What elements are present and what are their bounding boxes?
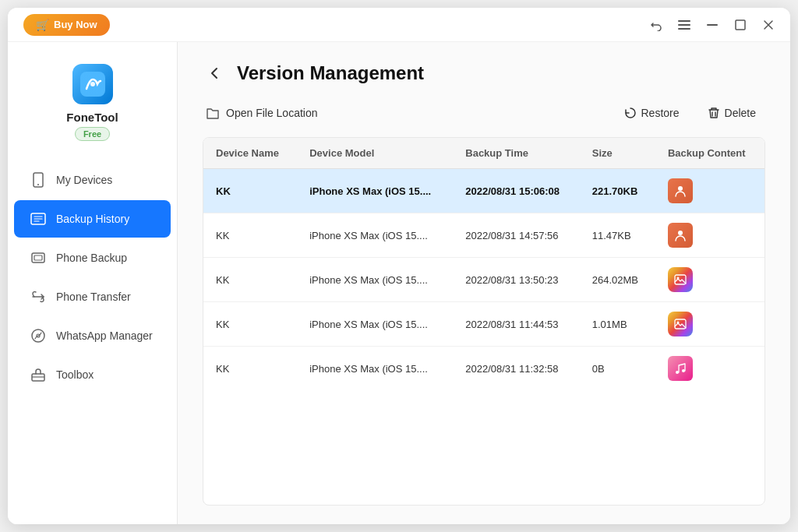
buy-now-button[interactable]: 🛒 Buy Now xyxy=(23,14,110,36)
cell-backup-time: 2022/08/31 11:32:58 xyxy=(453,347,580,391)
close-button[interactable] xyxy=(756,12,781,37)
svg-point-6 xyxy=(90,82,95,86)
sidebar-item-label: WhatsApp Manager xyxy=(56,329,153,342)
svg-point-19 xyxy=(678,186,683,191)
cell-device-model: iPhone XS Max (iOS 15.... xyxy=(297,347,453,391)
svg-rect-0 xyxy=(678,20,690,22)
main-layout: FoneTool Free My Devices xyxy=(8,42,790,524)
sidebar-item-phone-transfer[interactable]: Phone Transfer xyxy=(14,278,171,315)
back-button[interactable] xyxy=(203,61,228,86)
table-row[interactable]: KK iPhone XS Max (iOS 15.... 2022/08/31 … xyxy=(203,347,764,391)
sidebar-item-whatsapp-manager[interactable]: WhatsApp Manager xyxy=(14,317,171,354)
maximize-button[interactable] xyxy=(728,12,753,37)
app-badge: Free xyxy=(75,127,110,141)
cell-size: 264.02MB xyxy=(580,258,655,302)
svg-point-25 xyxy=(676,371,679,374)
restore-button[interactable]: Restore xyxy=(615,102,689,124)
delete-label: Delete xyxy=(725,107,756,119)
cell-backup-content xyxy=(655,169,764,213)
open-file-location-button[interactable]: Open File Location xyxy=(203,101,321,125)
sidebar-item-label: Backup History xyxy=(56,213,129,225)
open-file-label: Open File Location xyxy=(226,107,318,119)
backup-icon xyxy=(30,249,47,266)
svg-rect-14 xyxy=(34,255,42,260)
cell-backup-content xyxy=(655,213,764,258)
backup-table-container: Device Name Device Model Backup Time Siz… xyxy=(203,137,765,506)
sidebar-item-label: My Devices xyxy=(56,174,112,186)
table-row[interactable]: KK iPhone XS Max (iOS 15.... 2022/08/31 … xyxy=(203,258,764,302)
menu-button[interactable] xyxy=(672,12,697,37)
sidebar-item-phone-backup[interactable]: Phone Backup xyxy=(14,239,171,277)
table-row[interactable]: KK iPhone XS Max (iOS 15.... 2022/08/31 … xyxy=(203,169,764,213)
cell-device-model: iPhone XS Max (iOS 15.... xyxy=(297,169,453,213)
undo-button[interactable] xyxy=(644,12,669,37)
title-bar: 🛒 Buy Now xyxy=(8,8,790,42)
sidebar-item-my-devices[interactable]: My Devices xyxy=(14,161,171,199)
cell-backup-time: 2022/08/31 15:06:08 xyxy=(453,169,580,213)
cell-size: 221.70KB xyxy=(580,169,655,213)
toolbar: Open File Location Restore D xyxy=(203,101,765,125)
svg-rect-1 xyxy=(678,24,690,26)
cell-device-name: KK xyxy=(203,302,297,347)
svg-point-8 xyxy=(37,184,39,185)
svg-point-20 xyxy=(678,231,683,235)
col-device-model: Device Model xyxy=(297,138,453,169)
cell-device-name: KK xyxy=(203,347,297,391)
sidebar: FoneTool Free My Devices xyxy=(8,42,178,524)
col-size: Size xyxy=(580,138,655,169)
whatsapp-icon xyxy=(30,327,47,344)
svg-rect-3 xyxy=(707,24,718,26)
cell-device-name: KK xyxy=(203,258,297,302)
sidebar-item-toolbox[interactable]: Toolbox xyxy=(14,356,171,393)
svg-rect-23 xyxy=(675,319,686,329)
cell-device-name: KK xyxy=(203,213,297,258)
buy-now-label: Buy Now xyxy=(54,19,97,30)
cell-device-model: iPhone XS Max (iOS 15.... xyxy=(297,302,453,347)
sidebar-nav: My Devices Backup History xyxy=(8,160,177,395)
backup-table: Device Name Device Model Backup Time Siz… xyxy=(203,138,764,390)
content-area: Version Management Open File Location xyxy=(178,42,790,524)
toolbar-actions: Restore Delete xyxy=(615,102,766,124)
cell-backup-content xyxy=(655,258,764,302)
col-device-name: Device Name xyxy=(203,138,297,169)
transfer-icon xyxy=(30,288,47,305)
table-body: KK iPhone XS Max (iOS 15.... 2022/08/31 … xyxy=(203,169,764,391)
sidebar-item-label: Toolbox xyxy=(56,368,94,381)
app-window: 🛒 Buy Now xyxy=(8,8,790,524)
page-title: Version Management xyxy=(237,62,424,84)
page-header: Version Management xyxy=(203,61,765,86)
sidebar-item-label: Phone Backup xyxy=(56,252,127,264)
minimize-button[interactable] xyxy=(700,12,725,37)
list-icon xyxy=(30,210,47,227)
cell-device-model: iPhone XS Max (iOS 15.... xyxy=(297,213,453,258)
col-backup-time: Backup Time xyxy=(453,138,580,169)
table-row[interactable]: KK iPhone XS Max (iOS 15.... 2022/08/31 … xyxy=(203,213,764,258)
sidebar-item-label: Phone Transfer xyxy=(56,291,131,303)
cell-backup-time: 2022/08/31 14:57:56 xyxy=(453,213,580,258)
app-logo-icon xyxy=(72,64,113,104)
toolbox-icon xyxy=(30,366,47,383)
app-name: FoneTool xyxy=(66,111,118,124)
cart-icon: 🛒 xyxy=(36,19,49,31)
cell-size: 11.47KB xyxy=(580,213,655,258)
cell-size: 0B xyxy=(580,347,655,391)
cell-size: 1.01MB xyxy=(580,302,655,347)
window-controls xyxy=(644,12,781,37)
sidebar-item-backup-history[interactable]: Backup History xyxy=(14,200,171,238)
cell-backup-content xyxy=(655,302,764,347)
cell-backup-content xyxy=(655,347,764,391)
phone-icon xyxy=(30,171,47,188)
cell-backup-time: 2022/08/31 13:50:23 xyxy=(453,258,580,302)
svg-point-26 xyxy=(682,369,685,372)
svg-rect-4 xyxy=(736,20,745,30)
cell-device-model: iPhone XS Max (iOS 15.... xyxy=(297,258,453,302)
svg-rect-21 xyxy=(675,275,686,284)
delete-button[interactable]: Delete xyxy=(698,102,765,124)
restore-label: Restore xyxy=(641,107,680,119)
cell-device-name: KK xyxy=(203,169,297,213)
cell-backup-time: 2022/08/31 11:44:53 xyxy=(453,302,580,347)
logo-section: FoneTool Free xyxy=(8,55,177,160)
table-row[interactable]: KK iPhone XS Max (iOS 15.... 2022/08/31 … xyxy=(203,302,764,347)
col-backup-content: Backup Content xyxy=(655,138,764,169)
svg-rect-2 xyxy=(678,28,690,30)
